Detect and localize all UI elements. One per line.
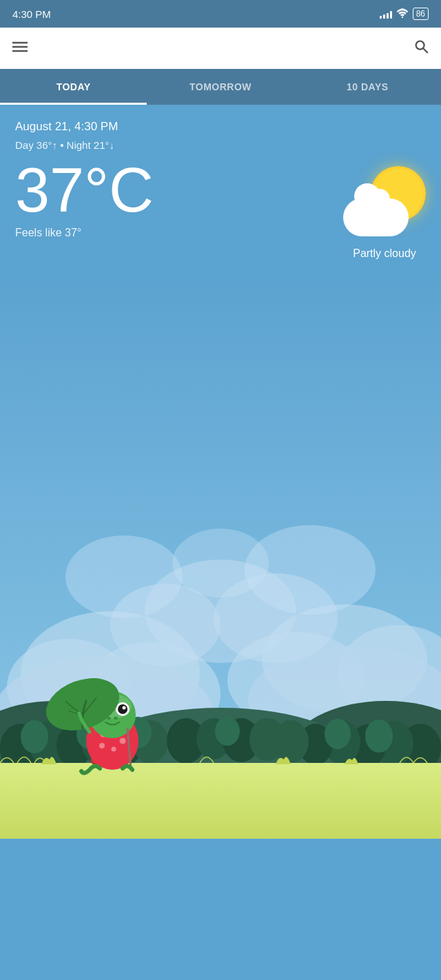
svg-point-54: [120, 738, 126, 744]
svg-point-46: [365, 719, 393, 753]
weather-condition-section: Partly cloudy: [343, 166, 426, 260]
search-button[interactable]: [413, 39, 429, 58]
svg-point-20: [172, 529, 269, 598]
weather-content: August 21, 4:30 PM Day 36°↑ • Night 21°↓…: [0, 105, 441, 839]
tab-10days[interactable]: 10 DAYS: [294, 69, 441, 105]
status-bar: 4:30 PM 86: [0, 0, 441, 28]
signal-icon: [380, 9, 392, 19]
svg-line-5: [423, 48, 427, 52]
svg-point-56: [112, 747, 116, 752]
svg-point-55: [99, 743, 105, 748]
weather-feels-like: Feels like 37°: [15, 227, 154, 239]
svg-point-67: [114, 717, 118, 719]
svg-point-0: [402, 16, 403, 17]
status-icons: 86: [380, 8, 429, 20]
weather-icon: [343, 166, 426, 242]
battery-icon: 86: [413, 8, 429, 20]
cloud-icon: [343, 198, 409, 236]
svg-point-65: [123, 706, 126, 710]
wifi-icon: [396, 8, 409, 20]
tab-tomorrow[interactable]: TOMORROW: [147, 69, 294, 105]
svg-point-64: [118, 704, 127, 714]
tab-today[interactable]: TODAY: [0, 69, 147, 105]
svg-point-45: [325, 719, 351, 749]
svg-point-41: [249, 718, 285, 761]
weather-condition-label: Partly cloudy: [353, 247, 416, 260]
scene-illustration: [0, 274, 441, 839]
hamburger-icon[interactable]: [12, 41, 28, 57]
weather-date: August 21, 4:30 PM: [15, 120, 426, 134]
svg-rect-48: [0, 763, 441, 839]
weather-temperature: 37°C: [15, 159, 154, 221]
weather-temp-section: 37°C Feels like 37°: [15, 159, 154, 239]
weather-scene: [0, 274, 441, 839]
weather-day-night: Day 36°↑ • Night 21°↓: [15, 139, 426, 151]
tab-bar: TODAY TOMORROW 10 DAYS: [0, 69, 441, 105]
status-time: 4:30 PM: [12, 8, 51, 20]
svg-point-47: [215, 717, 240, 746]
search-bar: [0, 28, 441, 69]
svg-point-42: [21, 720, 48, 753]
svg-point-18: [65, 535, 183, 618]
weather-main-row: 37°C Feels like 37° Partly cloudy: [15, 159, 426, 260]
